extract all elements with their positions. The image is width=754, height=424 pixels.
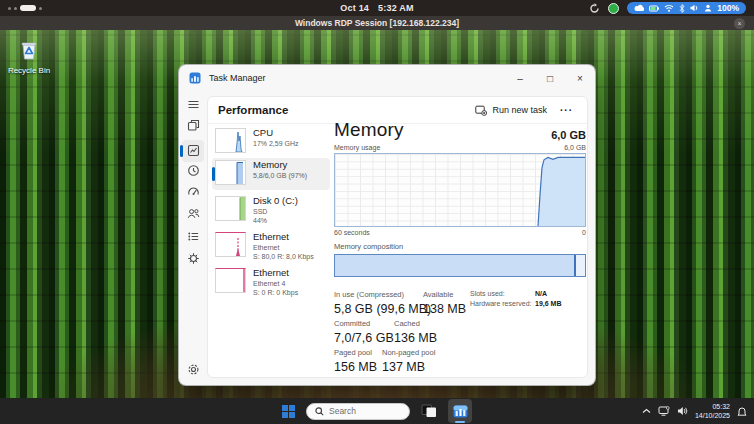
- processes-icon[interactable]: [187, 119, 200, 132]
- network-icon[interactable]: [658, 406, 670, 416]
- stat-available: Available 138 MB: [423, 290, 466, 316]
- user-icon: [704, 4, 712, 12]
- wifi-icon: [664, 4, 674, 12]
- memory-usage-chart: [334, 153, 586, 227]
- memory-axis-max: 6,0 GB: [564, 144, 586, 151]
- services-icon[interactable]: [187, 252, 200, 265]
- stat-non-paged-pool: Non-paged pool 137 MB: [382, 348, 435, 374]
- perf-item-cpu[interactable]: CPU 17% 2,59 GHz: [212, 126, 330, 158]
- refresh-icon[interactable]: [589, 3, 600, 14]
- navigation-rail: [179, 91, 207, 385]
- memory-title: Memory: [334, 119, 404, 141]
- settings-gear-icon[interactable]: [187, 363, 200, 376]
- notification-bell-icon[interactable]: [737, 406, 747, 417]
- disk-mini-chart: [215, 196, 246, 221]
- taskbar-search[interactable]: [306, 403, 410, 420]
- battery-charging-icon: [649, 5, 659, 12]
- time-axis-label: 60 seconds: [334, 229, 370, 236]
- perf-item-disk[interactable]: Disk 0 (C:) SSD 44%: [212, 194, 330, 226]
- recycle-bin-icon: [15, 37, 43, 65]
- perf-item-name: Ethernet: [253, 268, 298, 279]
- perf-item-name: Memory: [253, 160, 307, 171]
- recycle-bin-label: Recycle Bin: [5, 66, 53, 75]
- perf-item-detail: S: 80,0 R: 8,0 Kbps: [253, 252, 314, 261]
- perf-item-ethernet-1[interactable]: Ethernet Ethernet S: 80,0 R: 8,0 Kbps: [212, 230, 330, 262]
- maximize-button[interactable]: □: [535, 65, 565, 91]
- users-icon[interactable]: [187, 207, 200, 220]
- active-workspace-pill: [20, 5, 36, 11]
- recycle-bin-shortcut[interactable]: Recycle Bin: [5, 37, 53, 75]
- system-tray[interactable]: 100%: [627, 2, 746, 14]
- workspace-indicator[interactable]: [8, 5, 42, 11]
- perf-item-name: CPU: [253, 128, 299, 139]
- topbar-time: 5:32 AM: [378, 3, 414, 13]
- memory-usage-label: Memory usage: [334, 144, 380, 151]
- perf-item-detail: Ethernet 4: [253, 279, 298, 288]
- search-input[interactable]: [329, 406, 399, 416]
- screen: Oct 14 5:32 AM 100% Windows RDP Session …: [0, 0, 754, 424]
- perf-item-detail: 44%: [253, 216, 298, 225]
- memory-composition-bar: [334, 254, 586, 277]
- task-manager-taskbar-button[interactable]: [448, 399, 472, 423]
- content-card: Performance Run new task ··· CPU: [207, 96, 588, 378]
- minimize-button[interactable]: –: [505, 65, 535, 91]
- taskbar-clock[interactable]: 05:32 14/10/2025: [695, 402, 730, 420]
- taskbar-date: 14/10/2025: [695, 411, 730, 420]
- menu-icon[interactable]: [187, 98, 200, 111]
- tray-chevron-icon[interactable]: [642, 408, 651, 414]
- volume-icon: [690, 4, 699, 12]
- rdp-close-button[interactable]: ×: [734, 18, 745, 29]
- remote-shield-icon[interactable]: [608, 3, 619, 14]
- workspace-dot: [14, 7, 17, 10]
- perf-item-ethernet-2[interactable]: Ethernet Ethernet 4 S: 0 R: 0 Kbps: [212, 266, 330, 298]
- perf-item-detail: S: 0 R: 0 Kbps: [253, 288, 298, 297]
- workspace-dot: [39, 7, 42, 10]
- performance-icon[interactable]: [187, 144, 200, 157]
- start-logo-pane: [282, 412, 288, 418]
- perf-item-name: Ethernet: [253, 232, 314, 243]
- stat-in-use: In use (Compressed) 5,8 GB (99,6 MB): [334, 290, 431, 316]
- task-manager-window: Task Manager – □ ×: [178, 64, 596, 386]
- search-icon: [315, 407, 324, 416]
- system-topbar: Oct 14 5:32 AM 100%: [0, 0, 754, 16]
- memory-capacity: 6,0 GB: [551, 129, 586, 141]
- start-logo-pane: [289, 412, 295, 418]
- page-title: Performance: [218, 104, 288, 116]
- start-button[interactable]: [282, 405, 295, 418]
- task-view-button[interactable]: [421, 404, 437, 418]
- start-logo-pane: [289, 405, 295, 411]
- window-titlebar[interactable]: Task Manager – □ ×: [179, 65, 595, 91]
- close-button[interactable]: ×: [565, 65, 595, 91]
- memory-mini-chart: [215, 160, 246, 185]
- battery-percent: 100%: [717, 3, 739, 13]
- workspace-dot: [8, 7, 11, 10]
- rdp-session-bar: Windows RDP Session [192.168.122.234] ×: [0, 16, 754, 30]
- nav-accent-bar: [180, 145, 183, 157]
- details-icon[interactable]: [187, 230, 200, 243]
- rdp-session-title: Windows RDP Session [192.168.122.234]: [295, 18, 459, 28]
- perf-item-memory[interactable]: Memory 5,8/6,0 GB (97%): [212, 158, 330, 190]
- task-manager-icon: [453, 405, 468, 418]
- app-history-icon[interactable]: [187, 164, 200, 177]
- memory-panel: Memory 6,0 GB Memory usage 6,0 GB: [334, 97, 586, 376]
- perf-item-detail: SSD: [253, 207, 298, 216]
- time-axis-zero: 0: [582, 229, 586, 236]
- volume-icon[interactable]: [677, 406, 688, 416]
- perf-item-detail: 5,8/6,0 GB (97%): [253, 171, 307, 180]
- start-logo-pane: [282, 405, 288, 411]
- topbar-clock[interactable]: Oct 14 5:32 AM: [340, 3, 413, 13]
- memory-in-use-segment: [335, 255, 576, 276]
- cloud-icon: [634, 4, 644, 12]
- memory-composition-label: Memory composition: [334, 242, 586, 251]
- stat-paged-pool: Paged pool 156 MB: [334, 348, 377, 374]
- bluetooth-icon: [679, 4, 685, 13]
- perf-item-name: Disk 0 (C:): [253, 196, 298, 207]
- perf-item-detail: 17% 2,59 GHz: [253, 139, 299, 148]
- taskbar: 05:32 14/10/2025: [0, 398, 754, 424]
- window-title: Task Manager: [209, 73, 266, 83]
- memory-stats: In use (Compressed) 5,8 GB (99,6 MB) Ava…: [334, 290, 586, 376]
- startup-apps-icon[interactable]: [187, 185, 200, 198]
- perf-item-detail: Ethernet: [253, 243, 314, 252]
- taskbar-time: 05:32: [695, 402, 730, 411]
- stat-committed: Committed 7,0/7,6 GB: [334, 319, 394, 345]
